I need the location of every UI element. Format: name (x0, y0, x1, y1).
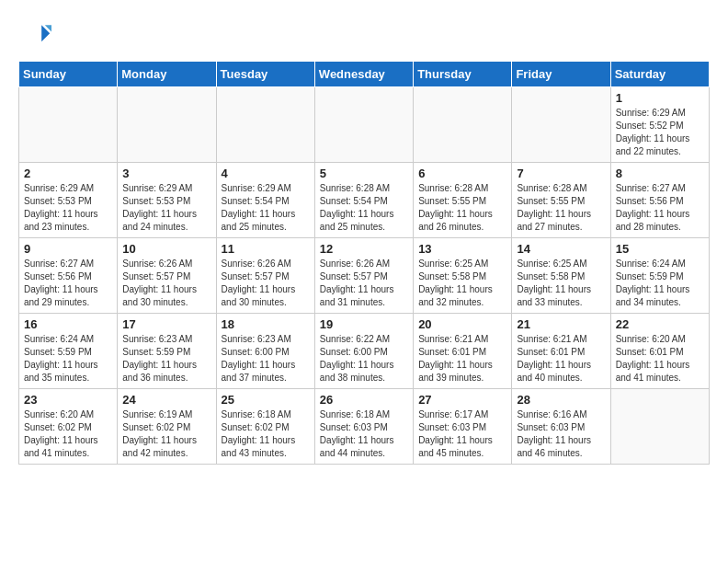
calendar-cell: 24Sunrise: 6:19 AMSunset: 6:02 PMDayligh… (118, 389, 216, 465)
day-number: 7 (517, 167, 605, 180)
day-number: 19 (320, 317, 408, 331)
weekday-header-friday: Friday (512, 62, 610, 87)
week-row-2: 2Sunrise: 6:29 AMSunset: 5:53 PMDaylight… (19, 163, 710, 238)
day-info: Sunrise: 6:28 AMSunset: 5:54 PMDaylight:… (320, 182, 408, 234)
day-number: 14 (517, 242, 605, 256)
day-info: Sunrise: 6:27 AMSunset: 5:56 PMDaylight:… (24, 258, 112, 309)
calendar-cell: 4Sunrise: 6:29 AMSunset: 5:54 PMDaylight… (216, 163, 314, 238)
weekday-header-wednesday: Wednesday (314, 62, 413, 87)
logo-icon (18, 18, 51, 52)
calendar-cell: 3Sunrise: 6:29 AMSunset: 5:53 PMDaylight… (118, 163, 216, 238)
day-number: 13 (418, 242, 506, 256)
day-number: 28 (517, 393, 605, 407)
day-number: 16 (24, 317, 112, 331)
weekday-header-saturday: Saturday (610, 62, 709, 87)
calendar-cell: 15Sunrise: 6:24 AMSunset: 5:59 PMDayligh… (610, 238, 709, 314)
day-info: Sunrise: 6:26 AMSunset: 5:57 PMDaylight:… (222, 258, 310, 309)
calendar-cell: 2Sunrise: 6:29 AMSunset: 5:53 PMDaylight… (19, 163, 118, 238)
week-row-4: 16Sunrise: 6:24 AMSunset: 5:59 PMDayligh… (19, 314, 710, 389)
calendar-table: SundayMondayTuesdayWednesdayThursdayFrid… (18, 61, 710, 465)
calendar-cell: 5Sunrise: 6:28 AMSunset: 5:54 PMDaylight… (314, 163, 413, 238)
day-info: Sunrise: 6:26 AMSunset: 5:57 PMDaylight:… (320, 258, 408, 309)
calendar-cell: 19Sunrise: 6:22 AMSunset: 6:00 PMDayligh… (314, 314, 413, 389)
calendar-cell: 18Sunrise: 6:23 AMSunset: 6:00 PMDayligh… (216, 314, 314, 389)
day-info: Sunrise: 6:29 AMSunset: 5:53 PMDaylight:… (122, 182, 210, 234)
calendar-cell: 8Sunrise: 6:27 AMSunset: 5:56 PMDaylight… (610, 163, 709, 238)
day-info: Sunrise: 6:21 AMSunset: 6:01 PMDaylight:… (517, 333, 605, 385)
day-info: Sunrise: 6:19 AMSunset: 6:02 PMDaylight:… (122, 408, 210, 460)
calendar-cell: 17Sunrise: 6:23 AMSunset: 5:59 PMDayligh… (118, 314, 216, 389)
day-info: Sunrise: 6:25 AMSunset: 5:58 PMDaylight:… (517, 258, 605, 309)
day-info: Sunrise: 6:22 AMSunset: 6:00 PMDaylight:… (320, 333, 408, 385)
day-info: Sunrise: 6:20 AMSunset: 6:01 PMDaylight:… (616, 333, 704, 385)
day-number: 27 (418, 393, 506, 407)
day-number: 11 (222, 242, 310, 256)
day-number: 2 (24, 167, 112, 180)
calendar-cell (414, 87, 512, 163)
day-info: Sunrise: 6:17 AMSunset: 6:03 PMDaylight:… (418, 408, 506, 460)
day-info: Sunrise: 6:20 AMSunset: 6:02 PMDaylight:… (24, 408, 112, 460)
calendar-cell: 23Sunrise: 6:20 AMSunset: 6:02 PMDayligh… (19, 389, 118, 465)
day-info: Sunrise: 6:23 AMSunset: 5:59 PMDaylight:… (122, 333, 210, 385)
calendar-cell: 11Sunrise: 6:26 AMSunset: 5:57 PMDayligh… (216, 238, 314, 314)
day-info: Sunrise: 6:26 AMSunset: 5:57 PMDaylight:… (122, 258, 210, 309)
weekday-header-tuesday: Tuesday (216, 62, 314, 87)
day-info: Sunrise: 6:28 AMSunset: 5:55 PMDaylight:… (517, 182, 605, 234)
day-number: 17 (122, 317, 210, 331)
calendar-cell: 12Sunrise: 6:26 AMSunset: 5:57 PMDayligh… (314, 238, 413, 314)
day-number: 3 (122, 167, 210, 180)
calendar-cell: 26Sunrise: 6:18 AMSunset: 6:03 PMDayligh… (314, 389, 413, 465)
calendar-cell (314, 87, 413, 163)
day-number: 26 (320, 393, 408, 407)
calendar-cell: 7Sunrise: 6:28 AMSunset: 5:55 PMDaylight… (512, 163, 610, 238)
logo (18, 18, 55, 52)
calendar-cell: 9Sunrise: 6:27 AMSunset: 5:56 PMDaylight… (19, 238, 118, 314)
day-number: 5 (320, 167, 408, 180)
day-info: Sunrise: 6:28 AMSunset: 5:55 PMDaylight:… (418, 182, 506, 234)
day-info: Sunrise: 6:29 AMSunset: 5:52 PMDaylight:… (616, 107, 704, 158)
week-row-3: 9Sunrise: 6:27 AMSunset: 5:56 PMDaylight… (19, 238, 710, 314)
calendar-cell (118, 87, 216, 163)
day-number: 4 (222, 167, 310, 180)
day-number: 9 (24, 242, 112, 256)
calendar-cell: 1Sunrise: 6:29 AMSunset: 5:52 PMDaylight… (610, 87, 709, 163)
calendar-cell (610, 389, 709, 465)
day-number: 8 (616, 167, 704, 180)
day-info: Sunrise: 6:25 AMSunset: 5:58 PMDaylight:… (418, 258, 506, 309)
calendar-cell (216, 87, 314, 163)
calendar-cell (19, 87, 118, 163)
day-number: 23 (24, 393, 112, 407)
calendar-cell: 22Sunrise: 6:20 AMSunset: 6:01 PMDayligh… (610, 314, 709, 389)
week-row-5: 23Sunrise: 6:20 AMSunset: 6:02 PMDayligh… (19, 389, 710, 465)
page-header (18, 18, 710, 52)
weekday-header-sunday: Sunday (19, 62, 118, 87)
calendar-cell: 27Sunrise: 6:17 AMSunset: 6:03 PMDayligh… (414, 389, 512, 465)
week-row-1: 1Sunrise: 6:29 AMSunset: 5:52 PMDaylight… (19, 87, 710, 163)
day-number: 15 (616, 242, 704, 256)
day-info: Sunrise: 6:16 AMSunset: 6:03 PMDaylight:… (517, 408, 605, 460)
day-number: 6 (418, 167, 506, 180)
calendar-cell: 21Sunrise: 6:21 AMSunset: 6:01 PMDayligh… (512, 314, 610, 389)
day-number: 25 (222, 393, 310, 407)
day-info: Sunrise: 6:27 AMSunset: 5:56 PMDaylight:… (616, 182, 704, 234)
weekday-header-monday: Monday (118, 62, 216, 87)
day-info: Sunrise: 6:21 AMSunset: 6:01 PMDaylight:… (418, 333, 506, 385)
day-info: Sunrise: 6:18 AMSunset: 6:02 PMDaylight:… (222, 408, 310, 460)
calendar-cell: 10Sunrise: 6:26 AMSunset: 5:57 PMDayligh… (118, 238, 216, 314)
day-info: Sunrise: 6:23 AMSunset: 6:00 PMDaylight:… (222, 333, 310, 385)
day-number: 24 (122, 393, 210, 407)
calendar-cell: 16Sunrise: 6:24 AMSunset: 5:59 PMDayligh… (19, 314, 118, 389)
day-number: 18 (222, 317, 310, 331)
day-number: 20 (418, 317, 506, 331)
day-number: 22 (616, 317, 704, 331)
calendar-cell (512, 87, 610, 163)
calendar-cell: 28Sunrise: 6:16 AMSunset: 6:03 PMDayligh… (512, 389, 610, 465)
calendar-cell: 13Sunrise: 6:25 AMSunset: 5:58 PMDayligh… (414, 238, 512, 314)
day-info: Sunrise: 6:24 AMSunset: 5:59 PMDaylight:… (616, 258, 704, 309)
weekday-header-thursday: Thursday (414, 62, 512, 87)
weekday-header-row: SundayMondayTuesdayWednesdayThursdayFrid… (19, 62, 710, 87)
calendar-cell: 20Sunrise: 6:21 AMSunset: 6:01 PMDayligh… (414, 314, 512, 389)
day-info: Sunrise: 6:18 AMSunset: 6:03 PMDaylight:… (320, 408, 408, 460)
day-info: Sunrise: 6:24 AMSunset: 5:59 PMDaylight:… (24, 333, 112, 385)
day-number: 1 (616, 91, 704, 105)
